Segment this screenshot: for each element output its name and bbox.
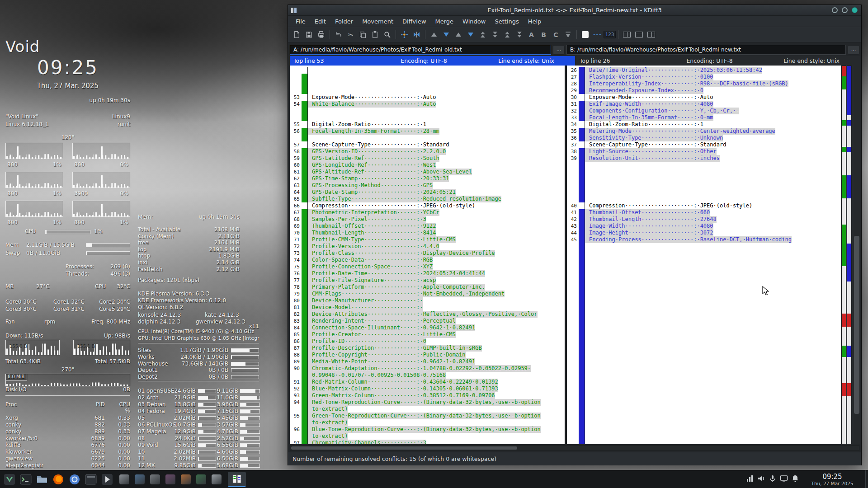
save-icon[interactable] (303, 28, 315, 41)
app-7-icon[interactable] (212, 474, 222, 484)
next-delta-icon[interactable] (440, 28, 452, 41)
choose-a-icon[interactable]: A (525, 28, 538, 41)
first-delta-icon[interactable] (476, 28, 489, 41)
app-3-icon[interactable] (150, 474, 160, 484)
app-4-icon[interactable] (165, 474, 175, 484)
prev-delta-icon[interactable] (428, 28, 440, 41)
diff-text (585, 406, 589, 413)
line-number (567, 324, 579, 331)
overview-strip-b[interactable] (847, 66, 852, 444)
show-line-numbers-icon[interactable]: 123 (604, 28, 616, 41)
firefox-icon[interactable] (52, 473, 65, 486)
undo-icon[interactable] (332, 28, 344, 41)
minimize-button[interactable] (832, 7, 838, 13)
diff-text (585, 277, 589, 284)
mem-app-usage: 2.11GiB (138, 233, 240, 239)
chromium-icon[interactable] (68, 473, 81, 486)
line-number: 71 (290, 236, 302, 243)
new-file-icon[interactable] (291, 28, 303, 41)
menu-item-diffview[interactable]: Diffview (398, 17, 430, 26)
app-6-icon[interactable] (196, 474, 206, 484)
last-delta-icon[interactable] (489, 28, 501, 41)
file-manager-icon[interactable] (35, 473, 49, 486)
diff-margin-indicator (302, 399, 308, 406)
menu-item-help[interactable]: Help (524, 17, 546, 26)
title-bar[interactable]: Exif-Tool_Redmi-old.txt <-> Exif-Tool_Re… (288, 5, 861, 16)
filesystem-bar (231, 362, 259, 366)
find-icon[interactable] (381, 28, 393, 41)
show-whitespace-icon[interactable] (579, 28, 591, 41)
overview-diff-segment (847, 66, 851, 115)
line-number: 90 (290, 365, 302, 372)
view-layout-h-icon[interactable] (633, 28, 645, 41)
auto-advance-icon[interactable] (562, 28, 574, 41)
console-icon[interactable] (84, 473, 98, 486)
split-view-icon[interactable] (621, 28, 633, 41)
choose-c-icon[interactable]: C (550, 28, 562, 41)
stats-tray-icon[interactable] (746, 474, 754, 484)
paste-icon[interactable] (369, 28, 381, 41)
file-a-path[interactable]: A: /run/media/flavio/Warehouse/Photos/Ex… (290, 45, 551, 55)
next-unsolved-icon[interactable] (513, 28, 525, 41)
horizontal-scrollbar[interactable] (290, 445, 859, 451)
notifications-tray-icon[interactable] (791, 474, 799, 484)
menu-item-window[interactable]: Window (458, 17, 490, 26)
file-b-path[interactable]: B: /run/media/flavio/Warehouse/Photos/Ex… (566, 45, 846, 55)
diff-overview-column[interactable] (841, 66, 853, 444)
graph-spike (17, 204, 19, 216)
diff-pane-a[interactable]: 53Exposure·Mode···················:·Auto… (290, 66, 565, 444)
copy-icon[interactable] (357, 28, 369, 41)
diff-margin-indicator (579, 223, 585, 230)
menu-item-merge[interactable]: Merge (431, 17, 458, 26)
run-icon[interactable] (100, 473, 114, 486)
app-5-icon[interactable] (181, 474, 191, 484)
diff-text: Profile·Connection·Space········:·XYZ (308, 263, 433, 270)
cut-icon[interactable]: ✂ (344, 28, 357, 41)
show-desktop-button[interactable] (865, 470, 868, 488)
menu-item-file[interactable]: File (292, 17, 310, 26)
app-menu-icon[interactable] (3, 473, 16, 486)
display-tray-icon[interactable] (780, 474, 788, 484)
menu-item-folder[interactable]: Folder (331, 17, 357, 26)
file-a-browse-button[interactable]: ... (553, 45, 565, 55)
microphone-tray-icon[interactable] (769, 474, 777, 484)
diff-text (585, 419, 589, 426)
print-icon[interactable] (315, 28, 327, 41)
diff-text: GPS·Longitude·Ref···············:·West (308, 162, 436, 169)
next-conflict-icon[interactable] (464, 28, 476, 41)
vertical-scrollbar-thumb[interactable] (854, 236, 859, 414)
line-number: 33 (567, 114, 579, 121)
horizontal-scrollbar-thumb[interactable] (291, 446, 517, 450)
choose-b-icon[interactable]: B (538, 28, 550, 41)
overview-strip-a[interactable] (841, 66, 846, 444)
menu-item-edit[interactable]: Edit (311, 17, 330, 26)
taskbar-clock[interactable]: 09:25 Thu, 27 Mar 2025 (803, 473, 862, 486)
prev-conflict-icon[interactable] (452, 28, 464, 41)
cpu-core-graph (72, 201, 130, 217)
diff-pane-b[interactable]: 26Date/Time·Original··············:·2025… (567, 66, 841, 444)
view-layout-v-icon[interactable] (645, 28, 657, 41)
diff-margin-indicator (579, 114, 585, 121)
menu-item-movement[interactable]: Movement (358, 17, 397, 26)
close-button[interactable] (852, 7, 858, 13)
diff-gap (567, 257, 841, 263)
app-1-icon[interactable] (119, 474, 129, 484)
prev-unsolved-icon[interactable] (501, 28, 513, 41)
terminal-icon[interactable] (19, 473, 33, 486)
diff-text (585, 365, 589, 372)
maximize-button[interactable] (842, 7, 848, 13)
volume-tray-icon[interactable] (757, 474, 765, 484)
app-2-icon[interactable] (135, 474, 145, 484)
menu-item-settings[interactable]: Settings (491, 17, 523, 26)
diff-line: 95Green·Tone·Reproduction·Curve···:·(Bin… (290, 413, 565, 419)
diff-text (585, 263, 589, 270)
show-space-chars-icon[interactable]: --- (591, 28, 604, 41)
word-wrap-icon[interactable] (410, 28, 423, 41)
line-number: 26 (567, 67, 579, 74)
vertical-scrollbar[interactable] (853, 66, 860, 444)
diff-margin-indicator (302, 141, 308, 148)
taskbar-active-task-kdiff3[interactable] (228, 472, 246, 487)
go-current-delta-icon[interactable] (398, 28, 410, 41)
line-number: 59 (290, 155, 302, 162)
file-b-browse-button[interactable]: ... (848, 45, 859, 55)
